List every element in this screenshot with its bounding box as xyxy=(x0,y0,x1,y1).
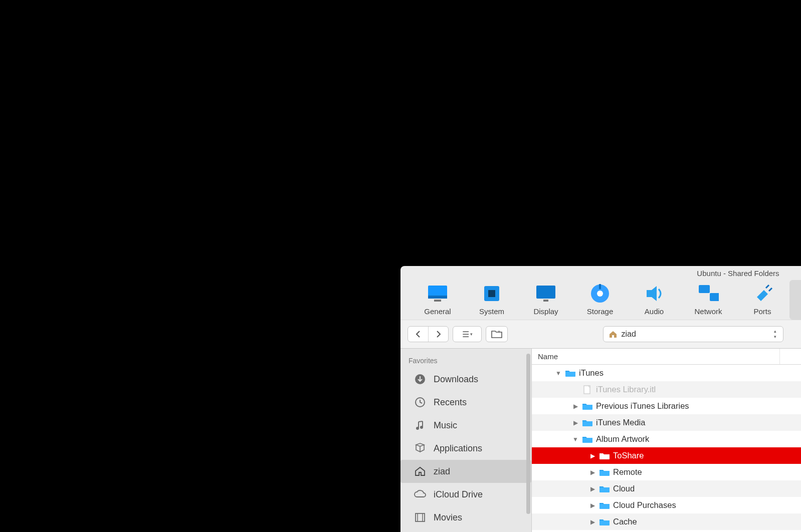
folder-icon xyxy=(599,484,610,493)
new-folder-toolbar-button[interactable]: + xyxy=(486,326,508,342)
file-row[interactable]: ▶Previous iTunes Libraries--FolderOct 21… xyxy=(532,398,801,414)
svg-rect-38 xyxy=(599,454,610,459)
file-size: -- xyxy=(780,401,801,411)
disclosure-triangle-icon[interactable]: ▶ xyxy=(589,502,596,509)
chevron-right-icon xyxy=(436,331,442,338)
file-icon xyxy=(582,385,593,394)
file-name: Cloud xyxy=(613,484,635,493)
rows-container: ▼iTunes--FolderOct 20, 2018 at 11:04iTun… xyxy=(532,365,801,532)
disclosure-triangle-icon[interactable]: ▶ xyxy=(589,485,596,492)
path-popup[interactable]: ziad ▴▾ xyxy=(603,326,783,342)
svg-rect-23 xyxy=(416,513,425,521)
tab-storage[interactable]: Storage xyxy=(573,280,627,320)
sidebar-item-applications[interactable]: Applications xyxy=(401,437,531,460)
file-size: -- xyxy=(780,517,801,526)
tab-label: Ports xyxy=(753,307,771,316)
file-name: iTunes Library.itl xyxy=(596,385,656,394)
file-row[interactable]: ▶Remote--FolderJan 31, 2019 at 06:45 xyxy=(532,464,801,480)
chip-icon xyxy=(481,283,502,304)
file-row[interactable]: ▶Cache--FolderOct 20, 2018 at 11:04 xyxy=(532,513,801,530)
tab-label: General xyxy=(424,307,451,316)
sidebar-item-icloud-drive[interactable]: iCloud Drive xyxy=(401,483,531,506)
speaker-icon xyxy=(644,283,665,304)
svg-rect-35 xyxy=(582,405,592,410)
plug-icon xyxy=(752,283,773,304)
file-row[interactable]: ▶ToShare--FolderToday at 22:35 xyxy=(532,447,801,464)
svg-rect-39 xyxy=(599,471,610,476)
sidebar-item-music[interactable]: Music xyxy=(401,414,531,437)
file-name: iTunes xyxy=(579,368,604,378)
sidebar-item-label: Movies xyxy=(434,512,462,523)
svg-point-22 xyxy=(420,426,423,429)
tab-label: Audio xyxy=(645,307,664,316)
file-row[interactable]: ▼iTunes--FolderOct 20, 2018 at 11:04 xyxy=(532,365,801,381)
settings-tabs: General System Display Storage Audio xyxy=(401,277,801,320)
view-mode-toggle[interactable]: ☰ ▾ xyxy=(453,326,482,342)
cloud-icon xyxy=(414,488,427,501)
file-row[interactable]: ▼Album Artwork--FolderOct 20, 2018 at 11… xyxy=(532,431,801,447)
list-view-button[interactable]: ☰ ▾ xyxy=(453,327,481,342)
svg-point-8 xyxy=(597,291,603,297)
tab-ports[interactable]: Ports xyxy=(735,280,789,320)
titlebar: Ubuntu - Shared Folders xyxy=(401,266,801,277)
tab-audio[interactable]: Audio xyxy=(627,280,681,320)
col-name[interactable]: Name xyxy=(532,349,780,364)
sidebar: Favorites Downloads Recents Music Applic… xyxy=(401,349,532,532)
tab-system[interactable]: System xyxy=(465,280,519,320)
svg-text:+: + xyxy=(498,330,500,334)
sidebar-item-ziad[interactable]: ziad xyxy=(401,460,531,483)
folder-icon xyxy=(599,501,610,510)
svg-rect-37 xyxy=(582,438,592,443)
disclosure-triangle-icon[interactable]: ▶ xyxy=(572,419,579,426)
tab-label: Network xyxy=(694,307,722,316)
sidebar-item-label: Music xyxy=(434,420,457,431)
film-icon xyxy=(414,511,427,524)
svg-rect-4 xyxy=(488,290,495,297)
chevron-left-icon xyxy=(415,331,421,338)
file-size: -- xyxy=(780,484,801,493)
downloads-icon xyxy=(414,373,427,386)
sidebar-item-recents[interactable]: Recents xyxy=(401,391,531,414)
disclosure-triangle-icon[interactable]: ▶ xyxy=(589,452,596,459)
tab-display[interactable]: Display xyxy=(519,280,573,320)
sidebar-scrollbar[interactable] xyxy=(526,354,530,514)
tab-label: Display xyxy=(533,307,558,316)
folder-icon xyxy=(582,418,593,427)
svg-rect-40 xyxy=(599,487,610,492)
sidebar-item-movies[interactable]: Movies xyxy=(401,506,531,529)
disclosure-triangle-icon[interactable]: ▼ xyxy=(572,436,579,443)
list-icon: ☰ xyxy=(462,330,468,339)
folder-icon xyxy=(565,369,576,378)
disclosure-triangle-icon[interactable]: ▶ xyxy=(589,469,596,476)
column-headers: Name Size Kind Date Added⌄ xyxy=(532,349,801,365)
tab-network[interactable]: Network xyxy=(681,280,735,320)
disclosure-triangle-icon[interactable]: ▶ xyxy=(589,518,596,525)
tab-shared-folders[interactable]: Shared Folders xyxy=(789,280,801,320)
forward-button[interactable] xyxy=(428,327,448,342)
file-row[interactable]: ▶Cloud Purchases--FolderOct 21, 2018 at … xyxy=(532,497,801,513)
sidebar-item-downloads[interactable]: Downloads xyxy=(401,368,531,391)
file-list: Name Size Kind Date Added⌄ ▼iTunes--Fold… xyxy=(532,349,801,532)
sidebar-item-label: Applications xyxy=(434,443,482,454)
sidebar-item-pictures[interactable]: Pictures xyxy=(401,529,531,532)
svg-rect-42 xyxy=(599,520,610,525)
file-row[interactable]: ▶Custom--FolderOct 20, 2018 at 11:04 xyxy=(532,530,801,532)
disclosure-triangle-icon[interactable]: ▶ xyxy=(572,403,579,410)
home-icon xyxy=(609,330,618,338)
file-size: -- xyxy=(780,451,801,460)
tab-label: System xyxy=(479,307,504,316)
col-size[interactable]: Size xyxy=(780,349,801,364)
clock-icon xyxy=(414,396,427,409)
svg-rect-33 xyxy=(565,372,575,377)
file-row[interactable]: iTunes Library.itl6 KBiT...FileMar 19, 2… xyxy=(532,381,801,398)
svg-rect-1 xyxy=(428,296,447,299)
display-icon xyxy=(535,283,556,304)
back-button[interactable] xyxy=(408,327,428,342)
svg-rect-41 xyxy=(599,504,610,509)
disclosure-triangle-icon[interactable]: ▼ xyxy=(555,370,562,377)
file-row[interactable]: ▶Cloud--FolderJan 26, 2019 at 10:04 xyxy=(532,480,801,497)
file-row[interactable]: ▶iTunes Media--FolderOct 20, 2018 at 11:… xyxy=(532,414,801,431)
chooser-body: Favorites Downloads Recents Music Applic… xyxy=(401,349,801,532)
file-name: Remote xyxy=(613,467,642,477)
tab-general[interactable]: General xyxy=(411,280,465,320)
